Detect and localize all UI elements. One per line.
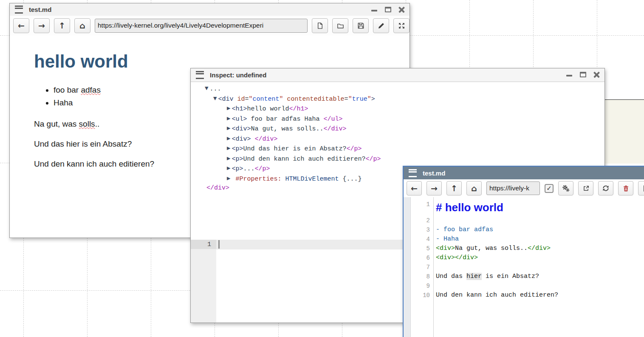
line-number: 5 xyxy=(410,244,433,253)
token-txt: ... xyxy=(243,165,254,173)
gutter-separator xyxy=(433,197,434,337)
menu-icon[interactable] xyxy=(15,6,23,14)
token-eq: = xyxy=(245,95,249,102)
editor-line[interactable]: 1# hello world xyxy=(410,199,644,216)
line-number: 2 xyxy=(410,216,433,225)
dom-tree-node[interactable]: ▶<p>Und das hier is ein Absatz?</p> xyxy=(191,144,604,154)
new-file-button[interactable] xyxy=(312,18,328,33)
console-gutter xyxy=(191,249,216,323)
dom-tree-node[interactable]: ▶<div> </div> xyxy=(191,134,604,144)
token-plain: Und das xyxy=(436,273,466,280)
w2-window-title: Inspect: undefined xyxy=(210,71,266,79)
editor-line[interactable]: 2 xyxy=(410,216,644,225)
w1-titlebar[interactable]: test.md xyxy=(10,3,410,16)
forward-icon: → xyxy=(38,22,45,30)
home-button[interactable]: ⌂ xyxy=(466,181,482,195)
back-button[interactable]: ← xyxy=(407,181,422,195)
up-button[interactable]: ↑ xyxy=(54,18,70,33)
token-type: HTMLDivElement xyxy=(285,175,339,182)
w3-url-input[interactable] xyxy=(486,181,540,195)
token-tag: <p> xyxy=(232,155,243,162)
line-number: 1 xyxy=(410,199,433,216)
close-button[interactable] xyxy=(398,6,405,13)
back-button[interactable]: ← xyxy=(13,18,29,33)
home-icon: ⌂ xyxy=(79,22,85,30)
token-tag: <div> xyxy=(232,135,251,142)
line-code: <div>Na gut, was solls..</div> xyxy=(433,244,551,253)
trash-button[interactable] xyxy=(618,181,633,195)
editor-line[interactable]: 6<div></div> xyxy=(410,253,644,263)
text-caret xyxy=(218,240,220,249)
dom-tree-node[interactable]: ▼<div id="content" contenteditable="true… xyxy=(191,94,604,104)
list-item-text: foo bar xyxy=(54,85,81,94)
maximize-button[interactable] xyxy=(384,6,392,13)
dom-tree-node[interactable]: ▶<h1>hello world</h1> xyxy=(191,104,604,114)
token-tri: ▶ xyxy=(227,165,232,171)
line-number: 6 xyxy=(410,253,433,263)
token-tri: ▶ xyxy=(227,156,232,161)
token-mdh: # hello world xyxy=(436,201,503,214)
dom-tree-node[interactable]: ▶<div>Na gut, was solls..</div> xyxy=(191,124,604,134)
token-txt xyxy=(251,135,254,142)
gears-button[interactable] xyxy=(558,181,573,195)
back-icon: ← xyxy=(18,22,25,30)
token-attr: id xyxy=(237,95,245,102)
w3-titlebar[interactable]: test.md xyxy=(404,167,644,179)
dom-tree-node[interactable]: ▼... xyxy=(191,84,604,94)
close-button[interactable] xyxy=(593,71,600,78)
token-ctag: </ul> xyxy=(324,115,343,122)
check-icon: ✓ xyxy=(546,185,552,192)
line-code: <div></div> xyxy=(433,253,478,263)
save-button[interactable] xyxy=(353,18,369,33)
token-ctag: </div> xyxy=(324,125,347,133)
line-number: 7 xyxy=(410,263,433,272)
editor-scrollstrip[interactable] xyxy=(404,197,411,337)
editor-line[interactable]: 4- Haha xyxy=(410,235,644,244)
options-checkbox[interactable]: ✓ xyxy=(545,184,554,193)
open-folder-button[interactable] xyxy=(332,18,348,33)
new-file-button[interactable] xyxy=(638,181,644,195)
edit-button[interactable] xyxy=(373,18,389,33)
list-item-text: Haha xyxy=(54,98,73,107)
token-tri: ▶ xyxy=(227,145,232,151)
editor-line[interactable]: 10Und den kann ich auch editieren? xyxy=(410,291,644,300)
refresh-icon xyxy=(602,184,610,192)
token-mdl: - Haha xyxy=(436,235,459,243)
dom-tree-node[interactable]: ▶<p>Und den kann ich auch editieren?</p> xyxy=(191,154,604,164)
dom-tree-node[interactable]: ▶<ul> foo bar adfas Haha </ul> xyxy=(191,114,604,124)
w1-url-input[interactable] xyxy=(95,19,308,33)
paragraph-text: Und den kann ich auch editieren? xyxy=(34,159,154,168)
editor-line[interactable]: 9 xyxy=(410,281,644,291)
menu-icon[interactable] xyxy=(409,169,417,177)
minimize-button[interactable] xyxy=(566,71,573,78)
token-ctag: </p> xyxy=(347,145,362,153)
up-button[interactable]: ↑ xyxy=(446,181,462,195)
line-number: 8 xyxy=(410,272,433,281)
line-number: 10 xyxy=(410,291,433,300)
home-button[interactable]: ⌂ xyxy=(74,18,90,33)
refresh-button[interactable] xyxy=(598,181,613,195)
external-link-button[interactable] xyxy=(578,181,593,195)
trash-icon xyxy=(622,185,630,192)
maximize-button[interactable] xyxy=(579,71,587,78)
up-icon: ↑ xyxy=(451,184,458,193)
token-tag: <div xyxy=(218,95,237,102)
expand-button[interactable] xyxy=(393,18,410,33)
external-link-icon xyxy=(582,185,590,192)
forward-button[interactable]: → xyxy=(427,181,442,195)
token-txt: ... xyxy=(209,85,221,93)
editor-line[interactable]: 8Und das hier is ein Absatz? xyxy=(410,272,644,281)
token-prop: #Properties: xyxy=(235,175,281,182)
minimize-button[interactable] xyxy=(371,6,378,13)
editor-line[interactable]: 7 xyxy=(410,263,644,272)
editor-line[interactable]: 5<div>Na gut, was solls..</div> xyxy=(410,244,644,253)
w3-window-title: test.md xyxy=(423,170,445,177)
forward-button[interactable]: → xyxy=(34,18,50,33)
source-editor[interactable]: 1# hello world23- foo bar adfas4- Haha5<… xyxy=(404,197,644,337)
w2-titlebar[interactable]: Inspect: undefined xyxy=(191,68,604,82)
token-mtag: </div> xyxy=(528,245,551,252)
editor-line[interactable]: 3- foo bar adfas xyxy=(410,225,644,235)
token-ctag: </div> xyxy=(206,184,229,192)
menu-icon[interactable] xyxy=(196,71,204,79)
line-code: # hello world xyxy=(433,199,503,216)
